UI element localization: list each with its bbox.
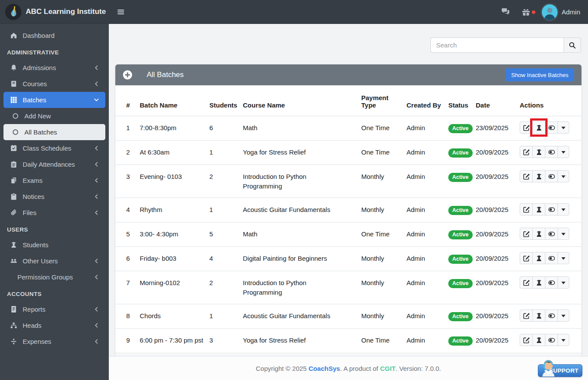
status-badge: Active [448, 255, 473, 264]
edit-button[interactable] [520, 228, 533, 240]
cell-actions [520, 198, 581, 222]
support-button[interactable]: SUPPORT [538, 364, 582, 377]
more-button[interactable] [558, 121, 569, 134]
caret-down-icon [560, 337, 567, 343]
search-button[interactable] [564, 37, 581, 53]
sidebar-item-class-schedules[interactable]: Class Schedules [3, 140, 105, 156]
sidebar-item-batches[interactable]: Batches [3, 92, 105, 108]
sidebar-item-label: Students [23, 241, 99, 249]
app-logo-icon [5, 4, 21, 20]
more-button[interactable] [558, 334, 569, 346]
students-button[interactable] [532, 146, 545, 158]
sidebar-item-dashboard[interactable]: Dashboard [3, 27, 105, 44]
edit-button[interactable] [520, 121, 533, 134]
user-graduate-icon [536, 279, 542, 286]
sidebar-item-admissions[interactable]: Admissions [3, 60, 105, 76]
edit-button[interactable] [520, 276, 533, 289]
sidebar-item-courses[interactable]: Courses [3, 76, 105, 92]
comments-icon[interactable] [501, 8, 510, 16]
show-inactive-batches-button[interactable]: Show Inactive Batches [505, 68, 574, 81]
search-input[interactable] [430, 37, 564, 53]
edit-button[interactable] [520, 252, 533, 264]
sidebar-item-reports[interactable]: Reports [3, 301, 105, 317]
toggle-status-button[interactable] [545, 334, 558, 346]
gift-icon[interactable] [521, 8, 531, 16]
edit-button[interactable] [520, 334, 533, 346]
sidebar-item-notices[interactable]: Notices [3, 188, 105, 205]
sidebar-item-all-batches[interactable]: All Batches [3, 124, 105, 140]
cell-payment-type: One Time [361, 116, 407, 141]
actions-button-group [520, 252, 569, 264]
students-button[interactable] [532, 121, 545, 134]
sidebar-item-label: Class Schedules [23, 145, 94, 152]
caret-down-icon [560, 206, 567, 213]
edit-button[interactable] [520, 146, 533, 158]
more-button[interactable] [558, 252, 569, 264]
toggle-status-button[interactable] [545, 252, 558, 264]
sidebar-item-exams[interactable]: Exams [3, 172, 105, 188]
toggle-status-button[interactable] [545, 276, 558, 289]
col-header-date: Date [476, 85, 520, 116]
app-title: ABC Learning Institute [26, 7, 106, 16]
students-button[interactable] [532, 203, 545, 215]
more-button[interactable] [558, 309, 569, 322]
sidebar-item-label: Daily Attendances [23, 161, 94, 168]
toggle-status-button[interactable] [545, 170, 558, 182]
chevron-left-icon [94, 194, 99, 199]
coachsys-link[interactable]: CoachSys [309, 365, 340, 372]
cell-payment-type: Monthly [361, 271, 407, 304]
edit-button[interactable] [520, 170, 533, 182]
more-button[interactable] [558, 203, 569, 215]
sidebar-section-accounts: ACCOUNTS [0, 285, 109, 301]
edit-icon [523, 173, 530, 180]
brand[interactable]: ABC Learning Institute [0, 0, 109, 24]
chevron-left-icon [94, 178, 99, 183]
students-button[interactable] [532, 276, 545, 289]
user-menu[interactable]: Admin [542, 4, 580, 20]
more-button[interactable] [558, 170, 569, 182]
students-button[interactable] [532, 228, 545, 240]
edit-button[interactable] [520, 309, 533, 322]
sidebar-item-heads[interactable]: Heads [3, 317, 105, 333]
toggle-status-button[interactable] [545, 203, 558, 215]
sidebar-item-label: Other Users [23, 257, 94, 265]
page-footer: Copyright © 2025 CoachSys. A product of … [109, 356, 588, 380]
chevron-left-icon [94, 259, 99, 264]
more-button[interactable] [558, 146, 569, 158]
caret-down-icon [560, 124, 567, 131]
more-button[interactable] [558, 276, 569, 289]
sidebar-item-expenses[interactable]: Expenses [3, 333, 105, 350]
toggle-status-button[interactable] [545, 309, 558, 322]
sidebar-item-other-users[interactable]: Other Users [3, 253, 105, 269]
more-button[interactable] [558, 228, 569, 240]
add-batch-button[interactable] [123, 70, 132, 80]
students-button[interactable] [532, 170, 545, 182]
actions-button-group [520, 334, 569, 346]
cell-students: 1 [209, 198, 243, 222]
students-button[interactable] [532, 334, 545, 346]
sidebar-item-add-new[interactable]: Add New [3, 108, 105, 124]
hamburger-menu-icon[interactable] [117, 8, 125, 16]
sidebar-item-files[interactable]: Files [3, 205, 105, 221]
toggle-status-button[interactable] [545, 146, 558, 158]
cell-course-name: Math [243, 116, 361, 141]
sidebar-item-daily-attendances[interactable]: Daily Attendances [3, 156, 105, 172]
students-button[interactable] [532, 309, 545, 322]
actions-button-group [520, 170, 569, 182]
version-text: . Version: 7.0.0. [396, 365, 441, 372]
cgit-link[interactable]: CGIT [380, 365, 396, 372]
cell-created-by: Admin [407, 141, 448, 165]
sidebar-item-permission-groups[interactable]: Permission Groups [3, 269, 105, 285]
table-body: 17:00-8:30pm6MathOne TimeAdminActive23/0… [115, 116, 581, 353]
cell-num: 9 [115, 329, 140, 353]
cell-status: Active [448, 247, 476, 271]
students-button[interactable] [532, 252, 545, 264]
toggle-status-button[interactable] [545, 228, 558, 240]
toggle-status-button[interactable] [545, 121, 558, 134]
edit-button[interactable] [520, 203, 533, 215]
sidebar-item-students[interactable]: Students [3, 237, 105, 253]
table-row: 6Friday- b0034Digital Painting for Begin… [115, 247, 581, 271]
table-row: 17:00-8:30pm6MathOne TimeAdminActive23/0… [115, 116, 581, 141]
edit-icon [523, 149, 530, 155]
cell-created-by: Admin [407, 304, 448, 329]
